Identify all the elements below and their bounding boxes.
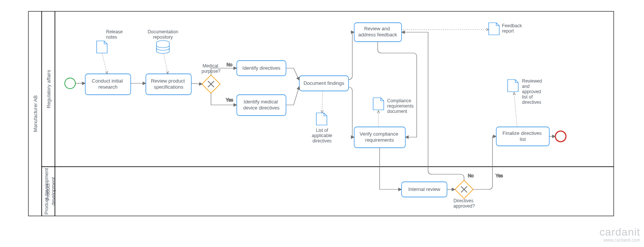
end-event: [555, 131, 566, 142]
svg-text:Review product
      specifica: Review product specifications: [151, 78, 186, 90]
svg-text:Identify  directives: Identify directives: [242, 65, 281, 71]
bpmn-diagram: Manufacturer AB Regulatory affairs Produ…: [0, 0, 644, 247]
artifact-feedback-report: Feedbackreport: [402, 23, 522, 35]
task-research: Conduct initial research: [85, 74, 131, 95]
edge-yes-2: Yes: [496, 173, 503, 178]
svg-rect-4: [55, 167, 614, 216]
lane-label-reg: Regulatory affairs: [46, 70, 52, 108]
task-internal-review: Internal review: [402, 182, 447, 197]
task-research-l1: Conduct initial: [92, 78, 123, 84]
pool-label: Manufacturer AB: [33, 95, 38, 132]
svg-text:Feedbackreport: Feedbackreport: [502, 23, 522, 34]
svg-text:Identify medical
      device : Identify medical device directives: [243, 99, 280, 111]
artifact-release-notes: Releasenotes: [97, 29, 123, 74]
task-review-feedback: Review and address feedback: [354, 23, 402, 42]
edge-no-1: No: [227, 62, 233, 67]
start-event: [65, 78, 75, 89]
edge-yes-1: Yes: [226, 97, 233, 103]
svg-text:Documentationrepository: Documentationrepository: [148, 29, 178, 40]
svg-text:List ofapplicabledirectives: List ofapplicabledirectives: [312, 128, 332, 144]
artifact-doc-repo: Documentationrepository: [148, 29, 178, 74]
svg-text:Reviewedandapprovedlist ofdire: Reviewedandapprovedlist ofdirectives: [522, 78, 542, 105]
svg-text:Compliancerequirementsdocument: Compliancerequirementsdocument: [387, 98, 414, 114]
svg-text:Document findings: Document findings: [303, 80, 344, 86]
task-research-l2: research: [98, 84, 118, 90]
gateway-directives-approved: Directives approved?: [453, 180, 475, 209]
task-doc-findings: Document findings: [299, 76, 349, 91]
svg-text:www.cardanit.com: www.cardanit.com: [603, 238, 640, 243]
svg-text:Directives
      approved?: Directives approved?: [453, 198, 475, 209]
svg-text:Verify compliance
      requir: Verify compliance requirements: [360, 131, 400, 143]
branding: cardanit www.cardanit.com: [599, 226, 640, 243]
task-identify-dir: Identify directives: [237, 61, 286, 76]
task-review-spec: Review product specifications: [146, 74, 191, 95]
task-finalize: Finalize directives list: [496, 127, 549, 146]
svg-text:cardanit: cardanit: [599, 226, 640, 238]
task-identify-med: Identify medical device directives: [237, 95, 286, 116]
artifact-list-dir: List ofapplicabledirectives: [312, 91, 332, 144]
edge-no-2: No: [468, 173, 474, 178]
artifact-compliance-doc: Compliancerequirementsdocument: [373, 98, 414, 127]
artifact-reviewed-list: Reviewedandapprovedlist ofdirectives: [508, 78, 542, 127]
svg-text:Releasenotes: Releasenotes: [106, 29, 123, 40]
task-verify-comp: Verify compliance requirements: [354, 127, 405, 148]
svg-text:Internal review: Internal review: [408, 186, 441, 192]
gateway-medical-purpose: Medical purpose?: [202, 63, 220, 93]
sequence-flows: No Yes No Yes: [75, 32, 555, 189]
